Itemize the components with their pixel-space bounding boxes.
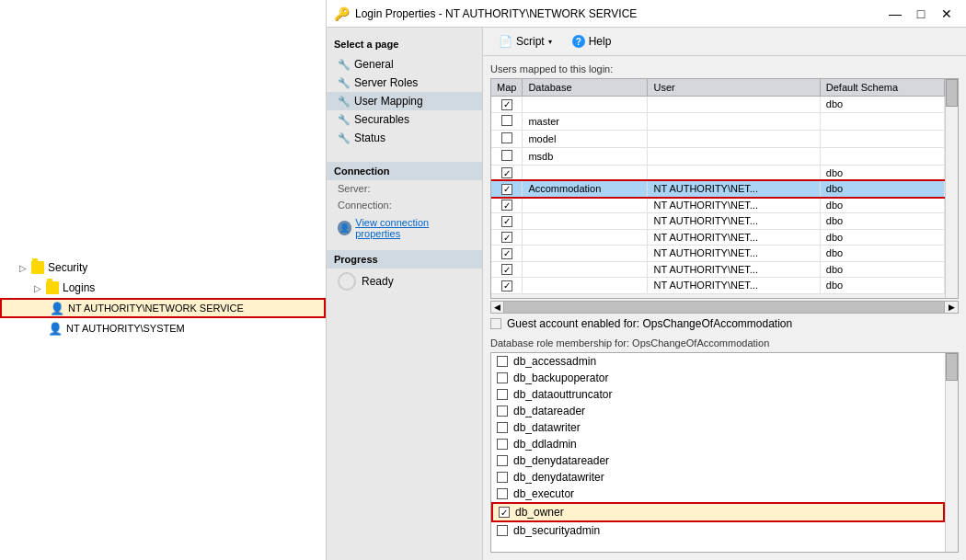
role-label: db_backupoperator xyxy=(513,371,608,384)
users-table-scrollbar[interactable] xyxy=(945,79,958,298)
table-row[interactable]: dbo xyxy=(491,165,945,181)
table-row[interactable]: NT AUTHORITY\NET...dbo xyxy=(491,197,945,213)
users-table: Map Database User Default Schema dbomast… xyxy=(491,79,945,294)
table-row[interactable]: NT AUTHORITY\NET...dbo xyxy=(491,261,945,278)
wrench-icon-roles: 🔧 xyxy=(338,77,351,89)
dialog-content: 📄 Script ▾ ? Help Users mapped to this l… xyxy=(483,28,966,560)
table-row[interactable]: master xyxy=(491,112,945,130)
dialog-toolbar: 📄 Script ▾ ? Help xyxy=(483,28,966,56)
role-label: db_executor xyxy=(513,487,574,500)
role-list-item[interactable]: db_backupoperator xyxy=(491,370,945,386)
table-row[interactable]: model xyxy=(491,130,945,147)
scroll-right-btn[interactable]: ▶ xyxy=(945,301,958,314)
guest-account-row: Guest account enabled for: OpsChangeOfAc… xyxy=(490,314,959,334)
role-checkbox[interactable] xyxy=(497,488,508,499)
security-tree-node[interactable]: ▷ Security xyxy=(0,257,326,278)
nav-item-securables[interactable]: 🔧 Securables xyxy=(327,110,482,129)
expand-icon[interactable]: ▷ xyxy=(18,263,28,272)
table-row[interactable]: NT AUTHORITY\NET...dbo xyxy=(491,278,945,294)
role-list-container: db_accessadmindb_backupoperatordb_dataou… xyxy=(490,352,959,553)
table-row[interactable]: NT AUTHORITY\NET...dbo xyxy=(491,229,945,246)
nav-item-user-mapping[interactable]: 🔧 User Mapping xyxy=(327,92,482,110)
role-label: db_owner xyxy=(515,506,564,519)
nav-section-title: Select a page xyxy=(327,35,482,55)
connection-section: Connection Server: Connection: 👤 View co… xyxy=(327,162,482,243)
role-list-item[interactable]: db_executor xyxy=(491,486,945,502)
scroll-left-btn[interactable]: ◀ xyxy=(491,301,504,314)
wrench-icon-mapping: 🔧 xyxy=(338,96,351,108)
role-scrollbar-thumb[interactable] xyxy=(946,353,958,381)
role-label: db_denydatareader xyxy=(513,454,609,467)
dialog-controls: — □ ✕ xyxy=(883,5,959,23)
table-row[interactable]: AccommodationNT AUTHORITY\NET...dbo xyxy=(491,181,945,198)
dialog-minimize-btn[interactable]: — xyxy=(883,5,907,23)
role-list-item[interactable]: db_denydatareader xyxy=(491,452,945,469)
role-list-item[interactable]: db_datareader xyxy=(491,403,945,419)
role-checkbox[interactable] xyxy=(497,455,508,466)
table-row[interactable]: NT AUTHORITY\NET...dbo xyxy=(491,246,945,262)
role-checkbox[interactable] xyxy=(499,507,510,518)
role-checkbox[interactable] xyxy=(497,406,508,417)
table-row[interactable]: msdb xyxy=(491,147,945,165)
role-checkbox[interactable] xyxy=(497,356,508,367)
role-label: db_securityadmin xyxy=(513,524,600,537)
role-checkbox[interactable] xyxy=(497,389,508,400)
role-list-item[interactable]: db_datawriter xyxy=(491,419,945,436)
role-checkbox[interactable] xyxy=(497,372,508,383)
table-row[interactable]: NT AUTHORITY\NET...dbo xyxy=(491,213,945,230)
role-checkbox[interactable] xyxy=(497,472,508,483)
ready-label: Ready xyxy=(362,275,394,288)
connection-label: Connection: xyxy=(338,200,392,211)
scroll-bar-track[interactable] xyxy=(504,302,945,313)
script-button[interactable]: 📄 Script ▾ xyxy=(490,31,560,51)
nav-item-general[interactable]: 🔧 General xyxy=(327,55,482,74)
nav-item-status[interactable]: 🔧 Status xyxy=(327,129,482,147)
scrollbar-thumb[interactable] xyxy=(946,79,958,107)
logins-label: Logins xyxy=(63,281,95,294)
guest-checkbox[interactable] xyxy=(490,318,501,329)
role-label: db_denydatawriter xyxy=(513,471,604,484)
selected-login-item[interactable]: 👤 NT AUTHORITY\NETWORK SERVICE xyxy=(0,298,326,318)
logins-tree-node[interactable]: ▷ Logins xyxy=(0,278,326,298)
other-login-item[interactable]: 👤 NT AUTHORITY\SYSTEM xyxy=(0,318,326,338)
script-dropdown-arrow[interactable]: ▾ xyxy=(548,38,552,46)
horizontal-scrollbar[interactable]: ◀ ▶ xyxy=(490,301,959,314)
other-login-label: NT AUTHORITY\SYSTEM xyxy=(66,323,185,334)
server-row: Server: xyxy=(327,180,482,197)
main-area: ▷ Security ▷ Logins 👤 NT xyxy=(0,0,966,560)
dialog-body: Select a page 🔧 General 🔧 Server Roles 🔧… xyxy=(327,28,966,560)
dialog-close-btn[interactable]: ✕ xyxy=(935,5,959,23)
wrench-icon: 🔧 xyxy=(338,59,351,71)
role-list-item[interactable]: db_securityadmin xyxy=(491,522,945,539)
role-label: db_datareader xyxy=(513,405,585,417)
role-list-scrollbar[interactable] xyxy=(945,353,958,552)
logins-expand-icon[interactable]: ▷ xyxy=(33,283,42,292)
role-list-item[interactable]: db_denydatawriter xyxy=(491,469,945,486)
role-label: db_datawriter xyxy=(513,421,581,434)
users-table-container: Map Database User Default Schema dbomast… xyxy=(490,78,959,299)
dialog-maximize-btn[interactable]: □ xyxy=(909,5,933,23)
role-list-item[interactable]: db_dataouttruncator xyxy=(491,386,945,403)
connection-row: Connection: xyxy=(327,197,482,213)
role-list-item[interactable]: db_ddladmin xyxy=(491,436,945,452)
guest-account-label: Guest account enabled for: OpsChangeOfAc… xyxy=(507,317,792,330)
col-schema: Default Schema xyxy=(820,79,944,97)
role-list-item[interactable]: db_owner xyxy=(491,502,945,522)
role-checkbox[interactable] xyxy=(497,422,508,433)
nav-securables-label: Securables xyxy=(354,113,409,126)
nav-server-roles-label: Server Roles xyxy=(354,76,418,89)
help-button[interactable]: ? Help xyxy=(564,31,620,51)
view-connection-link[interactable]: 👤 View connection properties xyxy=(327,213,482,243)
role-checkbox[interactable] xyxy=(497,525,508,536)
db-role-label: Database role membership for: OpsChangeO… xyxy=(490,337,959,349)
nav-item-server-roles[interactable]: 🔧 Server Roles xyxy=(327,74,482,92)
role-list-item[interactable]: db_accessadmin xyxy=(491,353,945,370)
col-map: Map xyxy=(491,79,523,97)
main-window: ▷ Security ▷ Logins 👤 NT xyxy=(0,0,966,560)
role-checkbox[interactable] xyxy=(497,439,508,450)
nav-status-label: Status xyxy=(354,131,385,144)
script-icon: 📄 xyxy=(499,35,512,48)
table-row[interactable]: dbo xyxy=(491,97,945,113)
role-list: db_accessadmindb_backupoperatordb_dataou… xyxy=(491,353,958,552)
wrench-icon-securables: 🔧 xyxy=(338,114,351,126)
